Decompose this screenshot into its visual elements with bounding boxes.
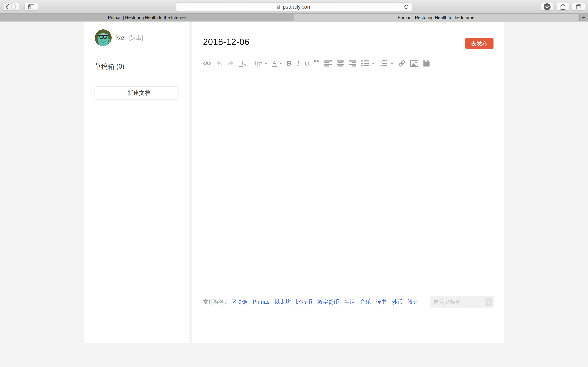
editor-panel: 2018-12-06 去发布 <box>192 22 504 343</box>
redo-icon[interactable] <box>227 60 234 67</box>
tag-link[interactable]: 数字货币 <box>317 298 339 306</box>
tab-primas-2[interactable]: Primas | Restoring Health to the Interne… <box>294 14 579 21</box>
lock-icon <box>277 4 281 9</box>
bullet-list-icon <box>361 60 369 67</box>
url-bar[interactable]: pstdaily.com <box>176 2 412 11</box>
downloads-button[interactable] <box>541 3 553 10</box>
tab-bar: Primas | Restoring Health to the Interne… <box>0 14 588 22</box>
chevron-down-icon <box>279 63 282 65</box>
svg-text:3: 3 <box>379 65 381 67</box>
custom-tag-input[interactable] <box>430 296 494 308</box>
logout-link[interactable]: [退出] <box>129 34 143 42</box>
tabs-icon <box>576 4 581 9</box>
chevron-down-icon <box>372 63 375 65</box>
chevron-left-icon <box>5 4 9 10</box>
up-arrow-icon: ↑ <box>487 300 490 304</box>
align-right-button[interactable] <box>349 60 357 67</box>
sidebar-toggle-button[interactable] <box>25 3 38 10</box>
document-title-input[interactable]: 2018-12-06 <box>203 37 250 47</box>
toolbar-divider <box>203 56 493 56</box>
share-button[interactable] <box>556 3 570 10</box>
bold-button[interactable]: B <box>287 60 291 67</box>
share-icon <box>560 3 566 10</box>
insert-image-button[interactable] <box>410 60 418 67</box>
link-icon <box>398 60 406 67</box>
numbered-list-icon: 1 2 3 <box>379 60 388 67</box>
user-row: kaz [退出] <box>95 29 143 46</box>
url-text: pstdaily.com <box>283 4 312 10</box>
save-draft-button[interactable] <box>423 60 430 67</box>
align-center-button[interactable] <box>337 60 344 67</box>
align-left-button[interactable] <box>324 60 332 67</box>
publish-button[interactable]: 去发布 <box>465 38 493 49</box>
svg-text:2: 2 <box>379 62 381 65</box>
tag-link[interactable]: 区块链 <box>231 298 248 306</box>
image-icon <box>410 60 418 67</box>
tag-link[interactable]: Primas <box>253 299 269 305</box>
sidebar-divider <box>84 79 189 79</box>
undo-icon[interactable] <box>216 60 223 67</box>
blockquote-button[interactable]: “ <box>314 60 320 67</box>
tag-link[interactable]: 音乐 <box>360 298 371 306</box>
italic-button[interactable]: I <box>296 60 300 67</box>
bullet-list-dropdown[interactable] <box>361 60 375 67</box>
tag-link[interactable]: 以太坊 <box>275 298 291 306</box>
chevron-right-icon <box>13 4 17 10</box>
tags-label: 常用标签: <box>203 298 226 306</box>
tag-link[interactable]: 设计 <box>408 298 419 306</box>
tab-title: Primas | Restoring Health to the Interne… <box>108 15 186 20</box>
common-tags-row: 常用标签: 区块链Primas以太坊比特币数字货币生活音乐读书炒币设计 <box>203 296 419 308</box>
preview-eye-icon[interactable] <box>203 60 211 67</box>
drafts-count-label: 草稿箱 (0) <box>95 62 124 71</box>
underline-button[interactable]: U <box>305 60 309 67</box>
font-size-dropdown[interactable]: 11pt <box>251 60 268 67</box>
username: kaz <box>116 35 125 41</box>
tag-link[interactable]: 炒币 <box>392 298 403 306</box>
page-background: kaz [退出] 草稿箱 (0) + 新建文档 2018-12-06 去发布 <box>0 22 588 367</box>
insert-link-button[interactable] <box>398 60 406 67</box>
reload-button[interactable] <box>404 4 409 10</box>
tag-link[interactable]: 读书 <box>376 298 387 306</box>
editor-body[interactable] <box>203 71 493 285</box>
back-button[interactable] <box>4 3 11 10</box>
editor-toolbar: T × 11pt A B I U “ <box>203 60 430 67</box>
download-icon <box>544 3 551 10</box>
text-color-dropdown[interactable]: A <box>272 60 282 67</box>
tab-title: Primas | Restoring Health to the Interne… <box>398 15 476 20</box>
numbered-list-dropdown[interactable]: 1 2 3 <box>379 60 393 67</box>
sidebar-icon <box>28 4 34 9</box>
browser-toolbar: pstdaily.com <box>0 0 588 14</box>
clear-formatting-icon[interactable]: T × <box>239 60 247 67</box>
chevron-down-icon <box>390 63 393 65</box>
new-document-button[interactable]: + 新建文档 <box>95 86 179 100</box>
chevron-down-icon <box>264 63 268 65</box>
sidebar: kaz [退出] 草稿箱 (0) + 新建文档 <box>84 22 189 343</box>
tag-link[interactable]: 比特币 <box>296 298 312 306</box>
forward-button[interactable] <box>12 3 19 10</box>
new-tab-button[interactable]: + <box>579 14 588 21</box>
custom-tag-box: ↑ <box>430 296 494 308</box>
custom-tag-submit-button[interactable]: ↑ <box>485 298 492 306</box>
tag-link[interactable]: 生活 <box>344 298 355 306</box>
tab-overview-button[interactable] <box>572 3 585 10</box>
tab-primas-1[interactable]: Primas | Restoring Health to the Interne… <box>0 14 294 21</box>
save-icon <box>423 60 430 67</box>
avatar[interactable] <box>95 29 112 46</box>
